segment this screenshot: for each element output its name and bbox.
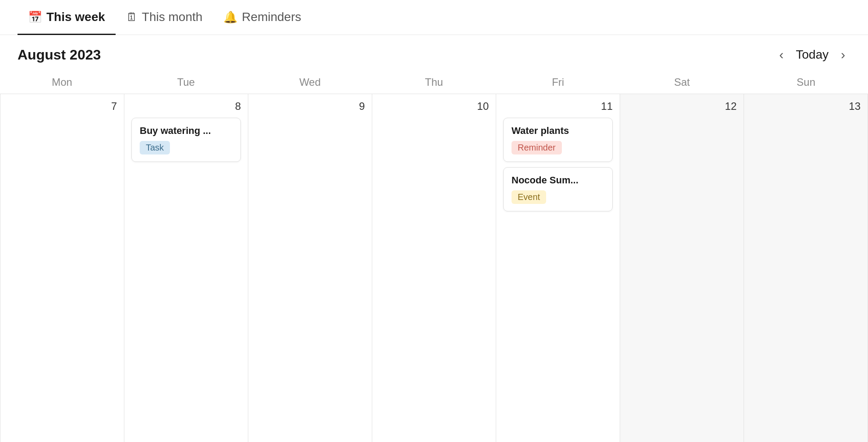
day-header-tue: Tue — [124, 71, 248, 94]
prev-button[interactable]: ‹ — [774, 46, 789, 64]
month-title: August 2023 — [18, 47, 101, 63]
next-button[interactable]: › — [836, 46, 850, 64]
day-header-sat: Sat — [620, 71, 744, 94]
day-cell-8: 8Buy watering ...Task — [124, 94, 248, 442]
calendar-month-icon: 🗓 — [126, 11, 138, 24]
day-number-8: 8 — [131, 100, 241, 112]
calendar-header: August 2023 ‹ Today › — [0, 35, 868, 71]
day-number-7: 7 — [7, 100, 117, 112]
day-cell-10: 10 — [372, 94, 496, 442]
event-title: Nocode Sum... — [512, 175, 604, 186]
day-number-12: 12 — [627, 100, 737, 112]
day-header-sun: Sun — [744, 71, 868, 94]
day-cell-9: 9 — [248, 94, 372, 442]
day-header-wed: Wed — [248, 71, 372, 94]
tab-reminders[interactable]: 🔔 Reminders — [213, 0, 311, 35]
calendar-week-icon: 📅 — [28, 11, 42, 24]
day-number-11: 11 — [503, 100, 613, 112]
day-header-thu: Thu — [372, 71, 496, 94]
event-title: Water plants — [512, 125, 604, 137]
tab-this-month[interactable]: 🗓 This month — [116, 0, 213, 35]
day-cell-13: 13 — [744, 94, 868, 442]
tab-this-month-label: This month — [142, 10, 203, 24]
day-cell-11: 11Water plantsReminderNocode Sum...Event — [496, 94, 620, 442]
bell-icon: 🔔 — [223, 11, 237, 24]
day-header-fri: Fri — [496, 71, 620, 94]
day-number-13: 13 — [751, 100, 861, 112]
tab-this-week[interactable]: 📅 This week — [18, 0, 116, 35]
tab-reminders-label: Reminders — [242, 10, 301, 24]
day-cell-12: 12 — [620, 94, 744, 442]
calendar-grid: 78Buy watering ...Task91011Water plantsR… — [0, 94, 868, 442]
today-button[interactable]: Today — [796, 48, 829, 62]
day-cell-7: 7 — [0, 94, 124, 442]
event-badge-event: Event — [512, 190, 546, 204]
day-number-10: 10 — [379, 100, 489, 112]
event-title: Buy watering ... — [140, 125, 233, 137]
day-headers: Mon Tue Wed Thu Fri Sat Sun — [0, 71, 868, 94]
day-number-9: 9 — [255, 100, 365, 112]
event-badge-reminder: Reminder — [512, 141, 562, 154]
tab-this-week-label: This week — [46, 10, 105, 24]
event-card-4-0[interactable]: Water plantsReminder — [503, 118, 613, 162]
event-badge-task: Task — [140, 141, 170, 154]
nav-controls: ‹ Today › — [774, 46, 850, 64]
day-header-mon: Mon — [0, 71, 124, 94]
event-card-4-1[interactable]: Nocode Sum...Event — [503, 167, 613, 211]
tabs-container: 📅 This week 🗓 This month 🔔 Reminders — [0, 0, 868, 35]
event-card-1-0[interactable]: Buy watering ...Task — [131, 118, 241, 162]
